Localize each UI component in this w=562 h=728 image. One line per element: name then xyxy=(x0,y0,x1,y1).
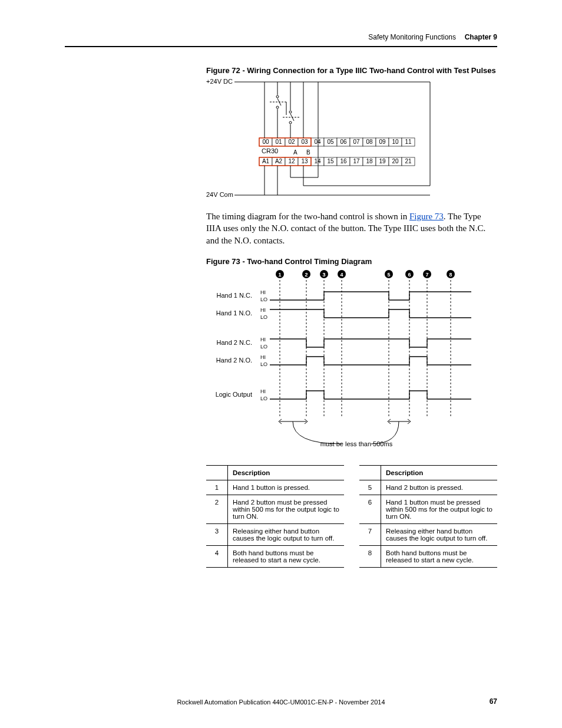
svg-text:Hand 1  N.O.: Hand 1 N.O. xyxy=(216,309,252,317)
timing-note: must be less than 500ms xyxy=(320,440,393,447)
svg-text:02: 02 xyxy=(288,139,295,145)
svg-text:HI: HI xyxy=(260,307,266,313)
svg-text:19: 19 xyxy=(379,158,386,164)
svg-text:1: 1 xyxy=(278,271,281,277)
svg-text:A2: A2 xyxy=(275,158,283,164)
svg-text:04: 04 xyxy=(314,139,321,145)
svg-text:2: 2 xyxy=(305,271,308,277)
ab-a: A xyxy=(293,149,297,156)
svg-text:LO: LO xyxy=(260,361,267,367)
svg-text:07: 07 xyxy=(353,139,360,145)
publication-id: Rockwell Automation Publication 440C-UM0… xyxy=(177,699,385,706)
svg-text:LO: LO xyxy=(260,396,267,401)
svg-text:06: 06 xyxy=(340,139,347,145)
row-desc: Both hand buttons must be released to st… xyxy=(381,545,498,567)
svg-text:LO: LO xyxy=(260,314,267,320)
label-24v-com: 24V Com xyxy=(206,191,233,198)
svg-text:5: 5 xyxy=(387,271,390,277)
svg-text:10: 10 xyxy=(392,139,399,145)
row-desc: Hand 1 button is pressed. xyxy=(228,480,345,495)
table-row: 2Hand 2 button must be pressed within 50… xyxy=(206,495,344,523)
ab-b: B xyxy=(306,149,310,156)
svg-text:3: 3 xyxy=(322,271,325,277)
figure-73-caption: Figure 73 - Two-hand Control Timing Diag… xyxy=(206,257,497,266)
svg-text:09: 09 xyxy=(379,139,386,145)
svg-text:A1: A1 xyxy=(262,158,270,164)
svg-text:01: 01 xyxy=(275,139,282,145)
section-title: Safety Monitoring Functions xyxy=(368,33,456,41)
svg-text:20: 20 xyxy=(392,158,399,164)
svg-text:HI: HI xyxy=(260,289,266,295)
page-number: 67 xyxy=(490,697,497,706)
svg-point-61 xyxy=(289,111,292,113)
svg-point-54 xyxy=(276,95,279,98)
description-tables: Description 1Hand 1 button is pressed.2H… xyxy=(206,465,497,568)
row-num: 4 xyxy=(206,545,228,567)
row-num: 3 xyxy=(206,523,228,545)
svg-text:00: 00 xyxy=(262,139,269,145)
table-row: 7Releasing either hand button causes the… xyxy=(359,523,497,545)
svg-text:12: 12 xyxy=(288,158,295,164)
svg-text:03: 03 xyxy=(301,139,308,145)
page-header: Safety Monitoring Functions Chapter 9 xyxy=(65,33,497,47)
svg-point-56 xyxy=(276,106,279,108)
svg-text:11: 11 xyxy=(405,139,412,145)
chapter-label: Chapter 9 xyxy=(465,33,497,41)
figure-72-diagram: +24V DC 24V Com 000102030405060708091011… xyxy=(206,76,497,201)
table-row: 4Both hand buttons must be released to s… xyxy=(206,545,344,567)
svg-text:Logic Output: Logic Output xyxy=(216,391,252,398)
row-desc: Hand 2 button must be pressed within 500… xyxy=(228,495,345,523)
desc-table-right: Description 5Hand 2 button is pressed.6H… xyxy=(359,465,497,568)
figure-73-diagram: 12345678 Hand 1 N.C.HILOHand 1 N.O.HILOH… xyxy=(206,267,497,457)
row-num: 2 xyxy=(206,495,228,523)
svg-text:13: 13 xyxy=(301,158,308,164)
svg-text:HI: HI xyxy=(260,354,266,360)
table-row: 8Both hand buttons must be released to s… xyxy=(359,545,497,567)
svg-text:14: 14 xyxy=(314,158,321,164)
svg-text:08: 08 xyxy=(366,139,373,145)
svg-text:05: 05 xyxy=(327,139,334,145)
label-24v-dc: +24V DC xyxy=(206,78,233,85)
main-content: Figure 72 - Wiring Connection for a Type… xyxy=(206,66,497,568)
svg-text:HI: HI xyxy=(260,337,266,342)
svg-text:Hand 1  N.C.: Hand 1 N.C. xyxy=(216,292,252,299)
svg-text:LO: LO xyxy=(260,297,267,302)
device-label: CR30 xyxy=(262,147,278,154)
terminal-block: 000102030405060708091011 A1A212131415161… xyxy=(259,138,415,166)
wiring-top xyxy=(265,82,303,138)
para-pre: The timing diagram for the two-hand cont… xyxy=(206,212,409,221)
svg-text:Hand 2  N.C.: Hand 2 N.C. xyxy=(216,339,252,346)
desc-table-left: Description 1Hand 1 button is pressed.2H… xyxy=(206,465,344,568)
document-page: Safety Monitoring Functions Chapter 9 Fi… xyxy=(0,0,562,728)
figure-73-link[interactable]: Figure 73 xyxy=(409,212,444,221)
row-desc: Releasing either hand button causes the … xyxy=(381,523,498,545)
table-row: 6Hand 1 button must be pressed within 50… xyxy=(359,495,497,523)
svg-text:18: 18 xyxy=(366,158,373,164)
table-row: 3Releasing either hand button causes the… xyxy=(206,523,344,545)
svg-text:21: 21 xyxy=(405,158,412,164)
svg-text:4: 4 xyxy=(340,271,343,277)
col-desc: Description xyxy=(228,465,345,480)
row-num: 1 xyxy=(206,480,228,495)
figure-72-caption: Figure 72 - Wiring Connection for a Type… xyxy=(206,66,497,75)
svg-text:17: 17 xyxy=(353,158,360,164)
svg-text:HI: HI xyxy=(260,388,266,394)
row-num: 5 xyxy=(359,480,381,495)
svg-text:15: 15 xyxy=(327,158,334,164)
row-desc: Releasing either hand button causes the … xyxy=(228,523,345,545)
row-desc: Hand 2 button is pressed. xyxy=(381,480,498,495)
row-desc: Both hand buttons must be released to st… xyxy=(228,545,345,567)
svg-text:LO: LO xyxy=(260,344,267,350)
row-desc: Hand 1 button must be pressed within 500… xyxy=(381,495,498,523)
svg-text:8: 8 xyxy=(449,271,452,277)
table-row: 1Hand 1 button is pressed. xyxy=(206,480,344,495)
col-desc: Description xyxy=(381,465,498,480)
table-row: 5Hand 2 button is pressed. xyxy=(359,480,497,495)
page-footer: Rockwell Automation Publication 440C-UM0… xyxy=(65,699,497,706)
row-num: 7 xyxy=(359,523,381,545)
svg-text:16: 16 xyxy=(340,158,347,164)
svg-text:6: 6 xyxy=(408,271,411,277)
row-num: 8 xyxy=(359,545,381,567)
svg-point-63 xyxy=(289,121,292,124)
row-num: 6 xyxy=(359,495,381,523)
